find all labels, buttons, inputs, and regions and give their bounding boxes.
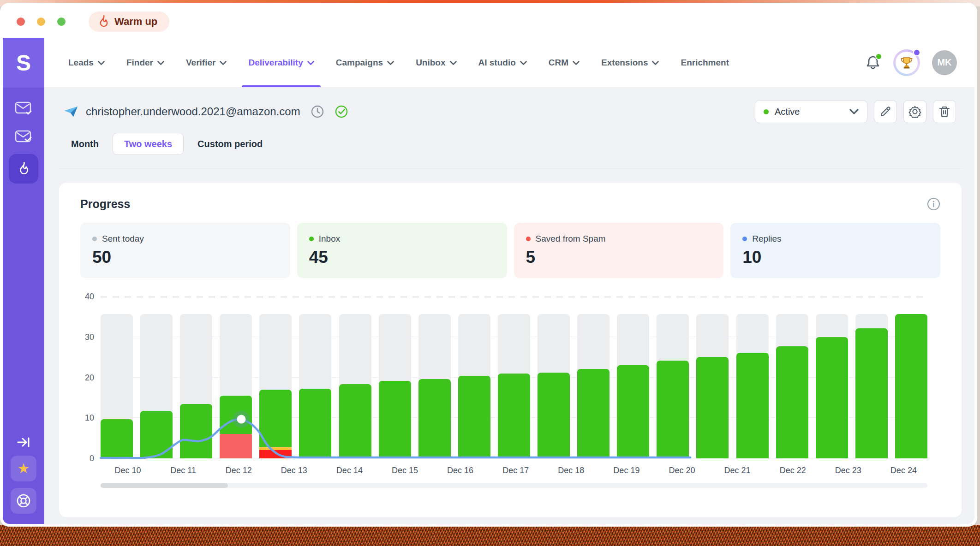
chart-bar-day-6[interactable]: [299, 297, 331, 458]
titlebar: Warm up: [3, 6, 974, 38]
chart-bar-day-13[interactable]: [577, 297, 610, 458]
edit-button[interactable]: [874, 100, 897, 123]
chart-bar-day-8[interactable]: [379, 297, 411, 458]
x-tick-label: Dec 21: [724, 466, 751, 475]
stat-label: Inbox: [319, 234, 340, 244]
spam-segment: [220, 434, 252, 459]
nav-item-label: Unibox: [416, 58, 445, 68]
sidebar-item-email-campaigns[interactable]: [14, 101, 33, 116]
stat-dot: [309, 237, 314, 241]
chart-bar-day-4[interactable]: [220, 297, 252, 458]
stat-dot: [526, 237, 531, 241]
chart-bar-day-7[interactable]: [339, 297, 371, 458]
tab-two-weeks[interactable]: Two weeks: [113, 133, 184, 155]
chart-bar-day-1[interactable]: [101, 297, 133, 458]
chart-bar-day-16[interactable]: [696, 297, 729, 458]
avatar[interactable]: MK: [932, 50, 957, 75]
chart-bar-day-17[interactable]: [736, 297, 769, 458]
nav-item-leads[interactable]: Leads: [68, 38, 105, 87]
status-value: Active: [775, 107, 800, 117]
sent-bar: [379, 381, 411, 459]
nav-item-label: Finder: [126, 58, 153, 68]
notifications-button[interactable]: [865, 54, 881, 71]
sidebar-item-warmup-active[interactable]: [9, 154, 38, 184]
sent-bar: [458, 376, 490, 458]
close-window-button[interactable]: [17, 18, 25, 26]
stat-dot: [92, 237, 97, 241]
status-dot: [764, 109, 769, 114]
stat-card-sent-today: Sent today50: [80, 223, 290, 278]
support-button[interactable]: [11, 488, 36, 514]
x-tick-label: Dec 24: [890, 466, 917, 475]
sent-bar: [736, 353, 769, 458]
settings-button[interactable]: [903, 100, 926, 123]
nav-item-deliverability[interactable]: Deliverability: [248, 38, 314, 87]
sent-bar: [855, 328, 888, 458]
x-tick-label: Dec 17: [502, 466, 529, 475]
delete-button[interactable]: [933, 100, 956, 123]
achievement-dot: [913, 49, 920, 56]
chart-scrollbar[interactable]: [101, 483, 927, 488]
sent-bar: [498, 374, 530, 458]
chart-bar-day-2[interactable]: [140, 297, 173, 458]
tab-custom-period[interactable]: Custom period: [190, 139, 270, 149]
page-content: christopher.underwood.2021@amazon.com Ac…: [44, 88, 974, 524]
logo-letter: S: [16, 50, 31, 76]
chart-bar-day-12[interactable]: [538, 297, 570, 458]
nav-item-enrichment[interactable]: Enrichment: [681, 38, 729, 87]
x-tick-label: Dec 23: [835, 466, 861, 475]
chart-bar-day-5[interactable]: [259, 297, 292, 458]
desktop-background: Warm up S ★: [0, 0, 980, 546]
stat-label: Replies: [752, 234, 781, 244]
nav-item-finder[interactable]: Finder: [126, 38, 164, 87]
chart-bar-day-14[interactable]: [617, 297, 649, 458]
chart-bar-day-18[interactable]: [776, 297, 808, 458]
favorites-button[interactable]: ★: [11, 456, 36, 481]
card-title: Progress: [80, 197, 130, 211]
chevron-down-icon: [387, 61, 394, 65]
sidebar-item-email-verify[interactable]: [14, 129, 33, 145]
chevron-down-icon: [157, 61, 164, 65]
minimize-window-button[interactable]: [37, 18, 45, 26]
chart-bar-day-19[interactable]: [816, 297, 848, 458]
schedule-icon[interactable]: [311, 105, 324, 119]
chart-bar-day-3[interactable]: [180, 297, 212, 458]
health-check-icon[interactable]: [335, 105, 348, 119]
chart-bar-day-9[interactable]: [418, 297, 451, 458]
logo[interactable]: S: [3, 38, 44, 88]
chart-bar-day-20[interactable]: [855, 297, 888, 458]
nav-item-ai-studio[interactable]: AI studio: [478, 38, 527, 87]
x-tick-label: Dec 20: [669, 466, 695, 475]
chart-scrollbar-thumb[interactable]: [101, 483, 228, 488]
nav-item-campaigns[interactable]: Campaigns: [336, 38, 394, 87]
sent-bar: [577, 369, 610, 458]
status-select[interactable]: Active: [755, 100, 867, 123]
x-tick-label: Dec 19: [613, 466, 639, 475]
nav-item-extensions[interactable]: Extensions: [601, 38, 659, 87]
warm-up-tab-pill[interactable]: Warm up: [89, 12, 169, 32]
chart-bar-day-15[interactable]: [657, 297, 689, 458]
stat-card-replies: Replies10: [730, 223, 940, 278]
sent-bar: [418, 379, 451, 458]
lifebuoy-icon: [16, 493, 31, 509]
nav-item-crm[interactable]: CRM: [549, 38, 580, 87]
achievements-button[interactable]: [893, 49, 920, 76]
nav-item-label: Deliverability: [248, 58, 303, 68]
chart-bar-day-10[interactable]: [458, 297, 490, 458]
chevron-down-icon: [450, 61, 457, 65]
collapse-sidebar-icon[interactable]: [16, 435, 31, 449]
chart-bar-day-21[interactable]: [895, 297, 927, 458]
nav-item-label: Campaigns: [336, 58, 383, 68]
chevron-down-icon: [573, 61, 580, 65]
chart-bar-day-11[interactable]: [498, 297, 530, 458]
tab-month[interactable]: Month: [64, 139, 106, 149]
chart-x-axis: Dec 10Dec 11Dec 12Dec 13Dec 14Dec 15Dec …: [101, 458, 927, 480]
info-icon[interactable]: [927, 197, 940, 211]
nav-item-unibox[interactable]: Unibox: [416, 38, 456, 87]
nav-item-verifier[interactable]: Verifier: [186, 38, 227, 87]
line-marker[interactable]: [237, 415, 246, 424]
y-tick-label: 30: [76, 332, 94, 342]
chevron-down-icon: [98, 61, 105, 65]
zoom-window-button[interactable]: [57, 18, 66, 26]
x-tick-label: Dec 12: [226, 466, 252, 475]
